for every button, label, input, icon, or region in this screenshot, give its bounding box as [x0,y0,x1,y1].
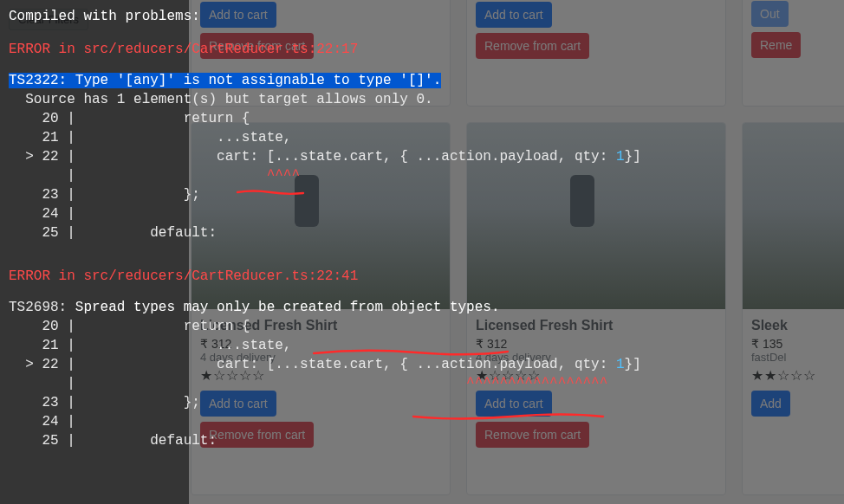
error-file-2: ERROR in src/reducers/CartReducer.ts:22:… [9,267,835,286]
code2-line-23: 23 | }; [9,393,835,412]
code-line-25: 25 | default: [9,223,835,242]
code-line-21: 21 | ...state, [9,128,835,147]
error-file-1: ERROR in src/reducers/CartReducer.ts:22:… [9,40,835,59]
code-caret-2: | ^^^^^^^^^^^^^^^^^ [9,374,835,393]
code2-line-22: > 22 | cart: [...state.cart, { ...action… [9,355,835,374]
code2-line-20: 20 | return { [9,317,835,336]
error-overlay: Compiled with problems: ERROR in src/red… [0,0,844,504]
code-line-20: 20 | return { [9,109,835,128]
compiled-heading: Compiled with problems: [9,7,835,26]
code-caret-1: | ^^^^ [9,166,835,185]
code2-line-24: 24 | [9,412,835,431]
code2-line-21: 21 | ...state, [9,336,835,355]
error-ts2322: TS2322: Type '[any]' is not assignable t… [9,71,835,90]
error-ts2698: TS2698: Spread types may only be created… [9,298,835,317]
code2-line-25: 25 | default: [9,431,835,450]
code-line-23: 23 | }; [9,185,835,204]
error-source-line: Source has 1 element(s) but target allow… [9,90,835,109]
code-line-24: 24 | [9,204,835,223]
code-line-22: > 22 | cart: [...state.cart, { ...action… [9,147,835,166]
